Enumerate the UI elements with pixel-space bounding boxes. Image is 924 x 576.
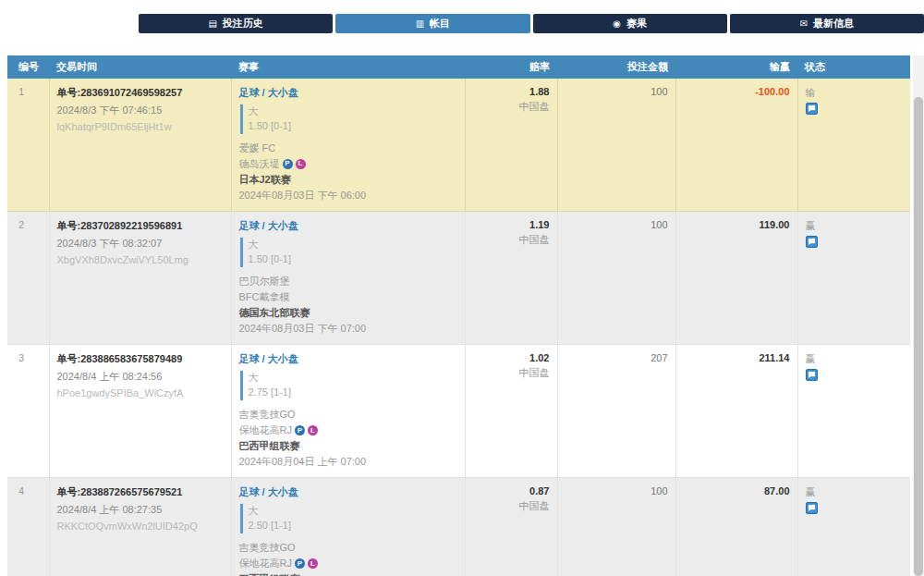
header-stake: 投注金额 bbox=[557, 55, 675, 79]
tab-label: 赛果 bbox=[626, 17, 647, 31]
pick-odds-line: 1.50 [0-1] bbox=[249, 252, 457, 267]
pick-side: 大 bbox=[249, 238, 457, 252]
winloss-amount: 211.14 bbox=[759, 352, 789, 363]
comment-icon[interactable] bbox=[806, 369, 818, 381]
home-team: 巴贝尔斯堡 bbox=[239, 274, 457, 289]
market-link[interactable]: 足球 / 大小盘 bbox=[239, 485, 298, 499]
comment-icon[interactable] bbox=[806, 103, 818, 115]
table-row: 1 单号:283691072469598257 2024/8/3 下午 07:4… bbox=[7, 79, 910, 212]
market-link[interactable]: 足球 / 大小盘 bbox=[239, 352, 298, 366]
match-time: 2024年08月03日 下午 06:00 bbox=[239, 188, 457, 203]
pick-odds-line: 2.75 [1-1] bbox=[249, 386, 457, 400]
winloss-amount: -100.00 bbox=[755, 86, 789, 97]
tab-latest-news[interactable]: ✉ 最新信息 bbox=[730, 14, 924, 33]
pick-side: 大 bbox=[249, 504, 457, 519]
clipboard-icon: ▤ bbox=[208, 18, 216, 29]
tab-betting-history[interactable]: ▤ 投注历史 bbox=[139, 14, 333, 33]
scrollbar-thumb[interactable] bbox=[914, 97, 923, 576]
vertical-scrollbar[interactable] bbox=[913, 55, 924, 576]
stake-amount: 207 bbox=[557, 345, 675, 478]
stake-amount: 100 bbox=[557, 478, 675, 576]
header-number: 编号 bbox=[7, 55, 49, 79]
order-number: 单号:283886583675879489 bbox=[57, 352, 224, 366]
odds-type: 中国盘 bbox=[473, 499, 550, 513]
odds-value: 1.19 bbox=[473, 219, 550, 230]
p-badge-icon[interactable]: P bbox=[295, 558, 305, 569]
bet-selection: 大 1.50 [0-1] bbox=[240, 104, 457, 134]
p-badge-icon[interactable]: P bbox=[283, 159, 293, 169]
ball-icon: ◉ bbox=[613, 18, 621, 29]
odds-value: 1.88 bbox=[473, 86, 550, 97]
odds-type: 中国盘 bbox=[473, 233, 550, 247]
home-team: 吉奥竞技GO bbox=[239, 407, 457, 423]
l-badge-icon[interactable]: L bbox=[296, 159, 306, 169]
odds-value: 1.02 bbox=[473, 352, 550, 363]
header-match: 赛事 bbox=[231, 55, 465, 79]
tab-results[interactable]: ◉ 赛果 bbox=[533, 14, 727, 33]
tab-label: 帐目 bbox=[430, 17, 450, 31]
top-tab-bar: ▤ 投注历史 ▥ 帐目 ◉ 赛果 ✉ 最新信息 bbox=[139, 14, 924, 33]
envelope-icon: ✉ bbox=[800, 18, 808, 29]
header-status: 状态 bbox=[797, 55, 910, 79]
row-number: 2 bbox=[7, 212, 49, 345]
pick-odds-line: 1.50 [0-1] bbox=[249, 119, 457, 134]
bet-selection: 大 2.75 [1-1] bbox=[240, 371, 457, 400]
comment-icon[interactable] bbox=[806, 502, 818, 514]
winloss-amount: 119.00 bbox=[759, 219, 789, 230]
stake-amount: 100 bbox=[557, 79, 675, 212]
pick-side: 大 bbox=[249, 371, 457, 386]
transaction-time: 2024/8/4 上午 08:27:35 bbox=[57, 503, 224, 517]
away-team: 保地花高RJ P L bbox=[239, 556, 457, 571]
row-number: 4 bbox=[7, 478, 49, 576]
away-team: 保地花高RJ P L bbox=[239, 423, 457, 438]
transaction-time: 2024/8/3 下午 07:46:15 bbox=[57, 104, 224, 117]
odds-value: 0.87 bbox=[473, 485, 550, 496]
match-time: 2024年08月03日 下午 07:00 bbox=[239, 321, 457, 337]
comment-icon[interactable] bbox=[806, 236, 818, 248]
away-team: 德岛沃堤 P L bbox=[239, 156, 457, 172]
tab-label: 最新信息 bbox=[813, 17, 854, 31]
row-number: 3 bbox=[7, 345, 49, 478]
header-winloss: 输赢 bbox=[675, 55, 797, 79]
home-team: 吉奥竞技GO bbox=[239, 540, 457, 556]
league-name: 德国东北部联赛 bbox=[239, 305, 457, 321]
away-team: BFC戴拿模 bbox=[239, 289, 457, 305]
ledger-icon: ▥ bbox=[416, 18, 424, 29]
status-text: 赢 bbox=[806, 219, 904, 233]
order-number: 单号:283887266575679521 bbox=[57, 485, 224, 499]
header-transaction-time: 交易时间 bbox=[49, 55, 231, 79]
bet-selection: 大 2.50 [1-1] bbox=[240, 504, 457, 533]
transaction-code: hPoe1gwdySPIBa_WiCzyfA bbox=[57, 387, 224, 398]
tab-accounts[interactable]: ▥ 帐目 bbox=[335, 14, 529, 33]
pick-odds-line: 2.50 [1-1] bbox=[249, 519, 457, 533]
market-link[interactable]: 足球 / 大小盘 bbox=[239, 219, 298, 233]
transaction-code: lqKhatqrP9IDm65EljHt1w bbox=[57, 121, 224, 132]
status-text: 赢 bbox=[806, 485, 904, 499]
order-number: 单号:283691072469598257 bbox=[57, 86, 224, 100]
row-number: 1 bbox=[7, 79, 49, 212]
table-row: 2 单号:283702892219596891 2024/8/3 下午 08:3… bbox=[7, 212, 910, 345]
bet-selection: 大 1.50 [0-1] bbox=[240, 238, 457, 267]
home-team: 爱媛 FC bbox=[239, 141, 457, 156]
transaction-code: XbgVXh8DxvcZwiVYL50Lmg bbox=[57, 254, 224, 265]
tab-label: 投注历史 bbox=[223, 17, 263, 31]
odds-type: 中国盘 bbox=[473, 366, 550, 380]
league-name: 巴西甲组联赛 bbox=[239, 571, 457, 576]
l-badge-icon[interactable]: L bbox=[308, 425, 318, 435]
transaction-time: 2024/8/4 上午 08:24:56 bbox=[57, 370, 224, 384]
market-link[interactable]: 足球 / 大小盘 bbox=[239, 86, 298, 100]
p-badge-icon[interactable]: P bbox=[295, 425, 305, 435]
odds-type: 中国盘 bbox=[473, 100, 550, 114]
table-row: 4 单号:283887266575679521 2024/8/4 上午 08:2… bbox=[7, 478, 910, 576]
league-name: 日本J2联赛 bbox=[239, 172, 457, 188]
table-header-row: 编号 交易时间 赛事 赔率 投注金额 输赢 状态 bbox=[7, 55, 910, 79]
league-name: 巴西甲组联赛 bbox=[239, 438, 457, 454]
l-badge-icon[interactable]: L bbox=[308, 558, 318, 569]
table-row: 3 单号:283886583675879489 2024/8/4 上午 08:2… bbox=[7, 345, 910, 478]
transaction-time: 2024/8/3 下午 08:32:07 bbox=[57, 237, 224, 251]
stake-amount: 100 bbox=[557, 212, 675, 345]
bet-account-table: 编号 交易时间 赛事 赔率 投注金额 输赢 状态 1 单号:2836910724… bbox=[7, 55, 910, 576]
header-odds: 赔率 bbox=[465, 55, 557, 79]
transaction-code: RKKCtOQvmWxWn2lUID42pQ bbox=[57, 521, 224, 532]
pick-side: 大 bbox=[249, 104, 457, 119]
